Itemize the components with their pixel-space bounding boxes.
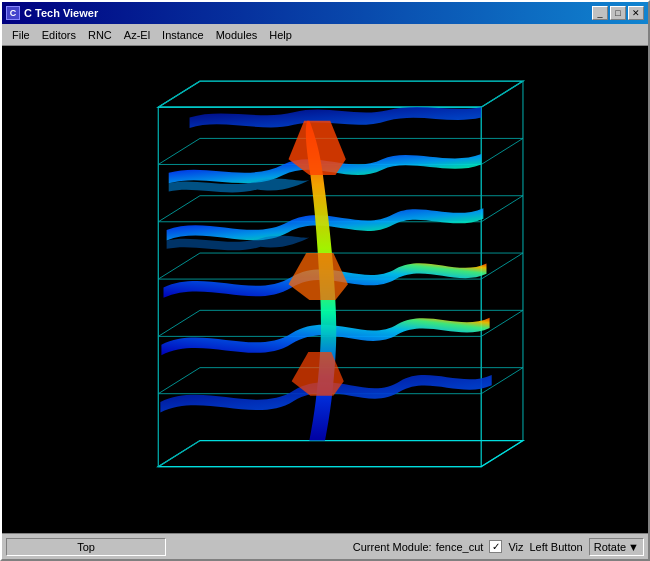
main-window: C C Tech Viewer _ □ ✕ File Editors RNC A… <box>0 0 650 561</box>
menu-file[interactable]: File <box>6 27 36 43</box>
menu-editors[interactable]: Editors <box>36 27 82 43</box>
status-right: Current Module: fence_cut ✓ Viz Left But… <box>170 538 644 556</box>
menu-azel[interactable]: Az-El <box>118 27 156 43</box>
dropdown-arrow-icon: ▼ <box>628 541 639 553</box>
3d-visualization <box>2 46 648 533</box>
menu-instance[interactable]: Instance <box>156 27 210 43</box>
rotate-dropdown[interactable]: Rotate ▼ <box>589 538 644 556</box>
title-bar: C C Tech Viewer _ □ ✕ <box>2 2 648 24</box>
module-name: fence_cut <box>436 541 484 553</box>
viz-checkbox[interactable]: ✓ <box>489 540 502 553</box>
view-label: Top <box>6 538 166 556</box>
module-prefix: Current Module: <box>353 541 432 553</box>
menu-help[interactable]: Help <box>263 27 298 43</box>
app-icon: C <box>6 6 20 20</box>
menu-rnc[interactable]: RNC <box>82 27 118 43</box>
minimize-button[interactable]: _ <box>592 6 608 20</box>
maximize-button[interactable]: □ <box>610 6 626 20</box>
3d-viewport[interactable] <box>2 46 648 533</box>
module-info: Current Module: fence_cut <box>353 541 484 553</box>
menu-bar: File Editors RNC Az-El Instance Modules … <box>2 24 648 46</box>
title-bar-left: C C Tech Viewer <box>6 6 98 20</box>
button-label: Left Button <box>529 541 582 553</box>
window-title: C Tech Viewer <box>24 7 98 19</box>
title-bar-buttons: _ □ ✕ <box>592 6 644 20</box>
status-bar: Top Current Module: fence_cut ✓ Viz Left… <box>2 533 648 559</box>
viz-label: Viz <box>508 541 523 553</box>
menu-modules[interactable]: Modules <box>210 27 264 43</box>
close-button[interactable]: ✕ <box>628 6 644 20</box>
